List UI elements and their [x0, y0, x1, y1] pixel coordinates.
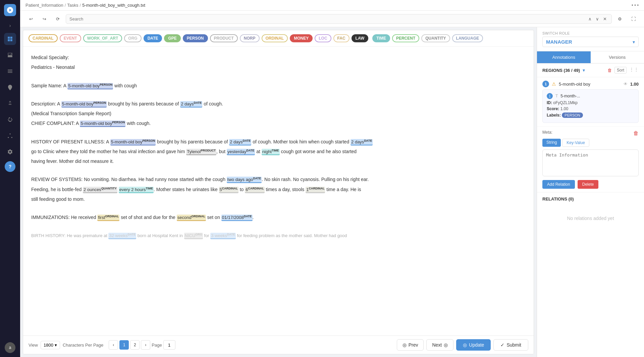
update-button-label: Update	[469, 342, 484, 348]
entity-5month-old-boy-3[interactable]: 5-month-old boyPERSON	[80, 121, 125, 127]
chief-complaint-line: CHIEF COMPLAINT: A 5-month-old boyPERSON…	[31, 119, 526, 128]
tag-loc[interactable]: LOC	[315, 34, 331, 42]
submit-button[interactable]: ✓ Submit	[493, 339, 528, 351]
annotation-item-1[interactable]: 1 ⚠ 5-month-old boy 👁 1.00 1 T 5-month-.…	[537, 77, 644, 127]
entity-yesterday[interactable]: yesterdayDATE	[227, 149, 255, 155]
tag-gpe[interactable]: GPE	[164, 34, 180, 42]
entity-6[interactable]: 6CARDINAL	[245, 187, 264, 193]
prev-button[interactable]: ◎ Prev	[397, 339, 424, 351]
role-selector[interactable]: MANAGER ▾	[542, 37, 639, 47]
redo-button[interactable]: ↪	[39, 13, 50, 24]
tag-time[interactable]: TIME	[372, 34, 390, 42]
tag-ordinal[interactable]: ORDINAL	[262, 34, 288, 42]
specialty-label: Medical Specialty:	[31, 53, 526, 62]
delete-annotation-button[interactable]: Delete	[578, 180, 599, 189]
entity-5month-old-boy-2[interactable]: 5-month-old boyPERSON	[61, 101, 107, 107]
entity-weeks-2[interactable]: 3 weeksDATE	[210, 233, 236, 239]
annotation-eye-icon[interactable]: 👁	[624, 82, 628, 86]
add-relation-button[interactable]: Add Relation	[542, 180, 575, 189]
annotation-score: 1.00	[630, 82, 639, 87]
tag-person[interactable]: PERSON	[183, 34, 208, 42]
submit-check-icon: ✓	[500, 342, 504, 348]
detail-number: 1	[547, 93, 553, 99]
entity-2ounces[interactable]: 2 ouncesQUANTITY	[83, 187, 117, 193]
tag-cardinal[interactable]: CARDINAL	[29, 34, 58, 42]
page-next-arrow[interactable]: ›	[141, 340, 150, 350]
entity-date-01172008[interactable]: 01/17/2008DATE	[221, 215, 253, 221]
search-input[interactable]	[69, 16, 584, 21]
update-button[interactable]: ◎ Update	[456, 339, 491, 351]
entity-2days-3[interactable]: 2 daysDATE	[351, 139, 373, 145]
refresh-button[interactable]: ⟳	[52, 13, 63, 24]
submit-button-label: Submit	[506, 342, 521, 348]
sidebar-item-chart[interactable]	[4, 49, 16, 61]
chars-per-page-select[interactable]: 1800 ▾	[41, 341, 60, 349]
breadcrumb-part-2[interactable]: Tasks	[67, 3, 78, 8]
undo-button[interactable]: ↩	[25, 13, 36, 24]
regions-dropdown-icon[interactable]: ▾	[583, 68, 585, 73]
page-2-button[interactable]: 2	[130, 340, 140, 350]
help-button[interactable]: ?	[5, 161, 15, 172]
page-number-input[interactable]	[163, 340, 175, 350]
sidebar-item-list[interactable]	[4, 65, 16, 77]
entity-nicu[interactable]: NICUORG	[184, 233, 203, 239]
app-logo[interactable]	[4, 4, 16, 16]
entity-weeks-1[interactable]: 32 weeksDATE	[108, 233, 136, 239]
meta-tab-string[interactable]: String	[542, 139, 561, 147]
search-prev-button[interactable]: ∧	[587, 16, 593, 22]
tag-event[interactable]: EVENT	[60, 34, 81, 42]
entity-5[interactable]: 5CARDINAL	[219, 187, 238, 193]
relations-title: RELATIONS (0)	[542, 196, 639, 202]
search-next-button[interactable]: ∨	[594, 16, 600, 22]
entity-2days-1[interactable]: 2 daysDATE	[180, 101, 202, 107]
entity-two-days-ago[interactable]: two days agoDATE	[227, 177, 262, 183]
tag-money[interactable]: MONEY	[290, 34, 313, 42]
meta-delete-button[interactable]: 🗑	[633, 130, 639, 136]
sidebar-item-lab[interactable]	[4, 97, 16, 109]
page-prev-arrow[interactable]: ‹	[109, 340, 118, 350]
tag-org[interactable]: ORG	[124, 34, 141, 42]
tag-date[interactable]: DATE	[144, 34, 162, 42]
entity-every-2-hours[interactable]: every 2 hoursTIME	[119, 187, 154, 193]
entity-5month-old-boy-1[interactable]: 5-month-old boyPERSON	[67, 83, 113, 89]
entity-second[interactable]: secondORDINAL	[177, 215, 206, 221]
expand-button[interactable]: ⛶	[628, 13, 639, 24]
next-button[interactable]: Next ◎	[426, 339, 453, 351]
tag-product[interactable]: PRODUCT	[210, 34, 238, 42]
entity-tylenol[interactable]: TylenolPRODUCT	[186, 149, 216, 155]
tag-language[interactable]: LANGUAGE	[452, 34, 483, 42]
sort-button[interactable]: Sort	[614, 67, 627, 74]
meta-tab-keyvalue[interactable]: Key-Value	[562, 139, 589, 147]
sidebar-item-network[interactable]	[4, 130, 16, 142]
sidebar-item-settings[interactable]	[4, 146, 16, 158]
page-1-button[interactable]: 1	[119, 340, 129, 350]
sidebar-item-dashboard[interactable]	[4, 33, 16, 45]
annotation-number: 1	[542, 81, 549, 87]
entity-first[interactable]: firstORDINAL	[97, 215, 119, 221]
tag-law[interactable]: LAW	[352, 34, 369, 42]
tag-quantity[interactable]: QUANTITY	[421, 34, 450, 42]
settings-button[interactable]: ⚙	[614, 13, 625, 24]
tag-norp[interactable]: NORP	[240, 34, 260, 42]
tag-percent[interactable]: PERCENT	[392, 34, 419, 42]
user-avatar[interactable]: a	[5, 342, 15, 353]
entity-5month-old-boy-4[interactable]: 5-month-old boyPERSON	[110, 139, 156, 145]
entity-1-stool[interactable]: 1CARDINAL	[306, 187, 325, 193]
description-line: Description: A 5-month-old boyPERSON bro…	[31, 100, 526, 108]
tab-annotations[interactable]: Annotations	[537, 51, 591, 63]
entity-night[interactable]: nightTIME	[262, 149, 280, 155]
meta-information-input[interactable]	[542, 149, 639, 176]
sidebar-toggle[interactable]: ›	[6, 21, 14, 30]
search-bar: ∧ ∨ ✕	[66, 14, 612, 24]
entity-2days-2[interactable]: 2 daysDATE	[229, 139, 251, 145]
sidebar-item-map[interactable]	[4, 81, 16, 93]
breadcrumb-part-1[interactable]: Patient_Information	[25, 3, 63, 8]
delete-regions-button[interactable]: 🗑	[607, 67, 612, 74]
tag-work-of-art[interactable]: WORK_OF_ART	[83, 34, 122, 42]
tab-versions[interactable]: Versions	[591, 51, 644, 63]
sidebar-item-tools[interactable]	[4, 114, 16, 126]
tag-fac[interactable]: FAC	[333, 34, 350, 42]
breadcrumb-menu[interactable]: • • •	[632, 3, 639, 8]
search-close-button[interactable]: ✕	[602, 16, 608, 22]
relations-section: RELATIONS (0) No relations added yet	[537, 192, 644, 235]
